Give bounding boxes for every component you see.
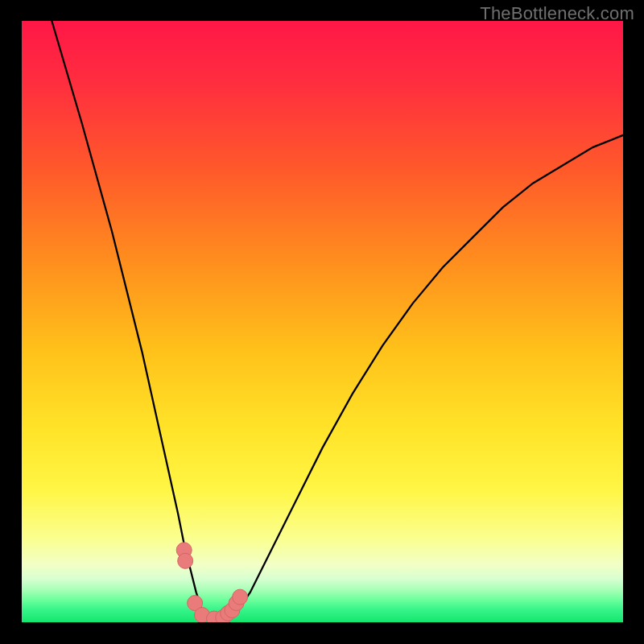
chart-frame: TheBottleneck.com bbox=[0, 0, 644, 644]
data-marker bbox=[178, 553, 193, 568]
chart-svg bbox=[22, 21, 623, 622]
plot-area bbox=[22, 21, 623, 622]
watermark-text: TheBottleneck.com bbox=[480, 3, 634, 24]
data-marker bbox=[233, 589, 248, 605]
gradient-background bbox=[22, 21, 623, 622]
